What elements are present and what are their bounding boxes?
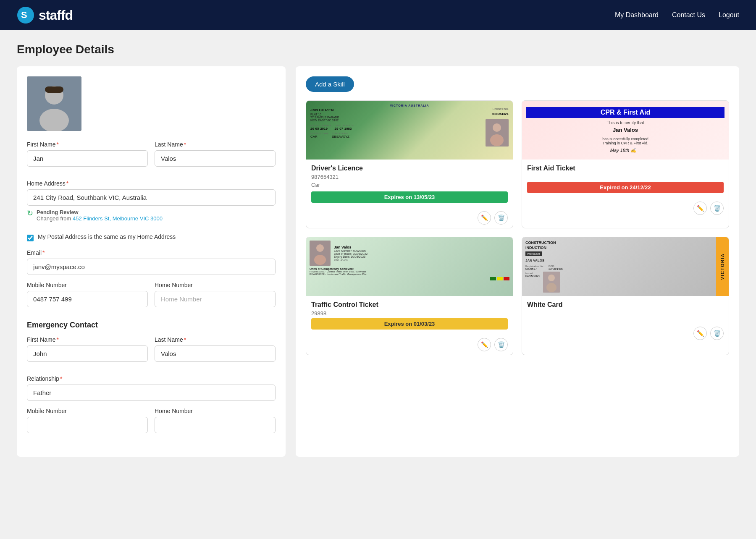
svg-point-13 (548, 275, 555, 281)
nav-logout[interactable]: Logout (719, 11, 739, 19)
home-address-label: Home Address* (27, 180, 276, 187)
drivers-licence-type: Car (311, 182, 508, 188)
first-aid-number (527, 174, 724, 180)
emergency-home-number-input[interactable] (155, 417, 276, 433)
drivers-licence-delete-button[interactable]: 🗑️ (494, 211, 508, 225)
skill-card-traffic-control: Jan Valos Card Number: 00029898 Date of … (306, 237, 513, 355)
logo: S staffd (17, 6, 73, 24)
first-aid-expiry: Expired on 24/12/22 (527, 182, 724, 193)
left-panel: First Name* Last Name* Home Address* (17, 66, 286, 457)
skill-card-first-aid: CPR & First Aid This is to certify that … (522, 100, 729, 228)
mobile-input[interactable] (27, 291, 148, 307)
last-name-label: Last Name* (155, 141, 276, 148)
svg-rect-5 (45, 86, 63, 93)
first-name-label: First Name* (27, 141, 148, 148)
white-card-image: VICTORIA CONSTRUCTION INDUCTION WorkSafe… (522, 237, 729, 296)
name-row: First Name* Last Name* (27, 141, 276, 173)
emergency-mobile-input[interactable] (27, 417, 148, 433)
svg-point-7 (493, 123, 501, 132)
traffic-control-image: Jan Valos Card Number: 00029898 Date of … (306, 237, 513, 296)
home-number-input[interactable] (155, 291, 276, 307)
svg-point-11 (314, 255, 326, 265)
mobile-group: Mobile Number (27, 282, 148, 307)
traffic-control-delete-button[interactable]: 🗑️ (494, 338, 508, 351)
first-name-group: First Name* (27, 141, 148, 167)
first-aid-name: First Aid Ticket (527, 165, 724, 172)
drivers-licence-number: 987654321 (311, 174, 508, 180)
svg-text:S: S (21, 10, 27, 20)
emergency-phone-row: Mobile Number Home Number (27, 408, 276, 440)
pending-review: ↻ Pending Review Changed from 452 Flinde… (27, 209, 276, 222)
postal-same-checkbox[interactable] (27, 235, 34, 241)
emergency-contact-title: Emergency Contact (27, 321, 276, 330)
drivers-licence-expiry: Expires on 13/05/23 (311, 191, 508, 203)
traffic-control-name: Traffic Control Ticket (311, 301, 508, 309)
first-aid-image: CPR & First Aid This is to certify that … (522, 101, 729, 160)
main-layout: First Name* Last Name* Home Address* (17, 66, 739, 457)
add-skill-button[interactable]: Add a Skill (306, 76, 354, 92)
nav-dashboard[interactable]: My Dashboard (615, 11, 659, 19)
header: S staffd My Dashboard Contact Us Logout (0, 0, 756, 30)
relationship-group: Relationship* (27, 375, 276, 401)
emergency-first-name-group: First Name* (27, 336, 148, 362)
emergency-home-number-label: Home Number (155, 408, 276, 414)
first-aid-actions: ✏️ 🗑️ (522, 198, 729, 218)
page-title: Employee Details (17, 43, 739, 56)
home-address-group: Home Address* ↻ Pending Review Changed f… (27, 180, 276, 227)
svg-point-8 (490, 134, 504, 146)
first-name-input[interactable] (27, 150, 148, 167)
svg-point-14 (546, 283, 556, 292)
emergency-mobile-label: Mobile Number (27, 408, 148, 414)
emergency-name-row: First Name* Last Name* (27, 336, 276, 369)
home-address-input[interactable] (27, 189, 276, 206)
emergency-home-number-group: Home Number (155, 408, 276, 433)
traffic-control-edit-button[interactable]: ✏️ (478, 338, 491, 351)
phone-row: Mobile Number Home Number (27, 282, 276, 314)
main-nav: My Dashboard Contact Us Logout (615, 11, 739, 19)
email-label: Email* (27, 249, 276, 256)
emergency-mobile-group: Mobile Number (27, 408, 148, 433)
emergency-last-name-group: Last Name* (155, 336, 276, 362)
traffic-control-expiry: Expires on 01/03/23 (311, 318, 508, 330)
relationship-label: Relationship* (27, 375, 276, 382)
postal-same-label: My Postal Address is the same as my Home… (38, 233, 176, 240)
traffic-control-actions: ✏️ 🗑️ (306, 335, 513, 355)
nav-contact[interactable]: Contact Us (672, 11, 705, 19)
drivers-licence-name: Driver's Licence (311, 165, 508, 172)
pending-icon: ↻ (27, 209, 33, 218)
logo-text: staffd (39, 8, 73, 23)
drivers-licence-image: VICTORIA AUSTRALIA JAN CITIZEN FLAT 10 7… (306, 101, 513, 160)
email-input[interactable] (27, 259, 276, 275)
email-group: Email* (27, 249, 276, 275)
white-card-number (527, 310, 724, 317)
white-card-body: White Card (522, 296, 729, 323)
avatar (27, 76, 81, 131)
home-number-label: Home Number (155, 282, 276, 288)
white-card-delete-button[interactable]: 🗑️ (710, 327, 724, 340)
traffic-control-body: Traffic Control Ticket 29898 Expires on … (306, 296, 513, 335)
first-aid-body: First Aid Ticket Expired on 24/12/22 (522, 160, 729, 198)
traffic-control-number: 29898 (311, 310, 508, 317)
skill-card-white-card: VICTORIA CONSTRUCTION INDUCTION WorkSafe… (522, 237, 729, 355)
svg-point-10 (316, 244, 324, 252)
home-number-group: Home Number (155, 282, 276, 307)
relationship-input[interactable] (27, 385, 276, 401)
white-card-edit-button[interactable]: ✏️ (693, 327, 707, 340)
emergency-last-name-input[interactable] (155, 345, 276, 362)
first-aid-delete-button[interactable]: 🗑️ (710, 201, 724, 215)
drivers-licence-body: Driver's Licence 987654321 Car Expires o… (306, 160, 513, 208)
drivers-licence-edit-button[interactable]: ✏️ (478, 211, 491, 225)
drivers-licence-actions: ✏️ 🗑️ (306, 208, 513, 228)
page: Employee Details First Name* (0, 30, 756, 469)
first-aid-edit-button[interactable]: ✏️ (693, 201, 707, 215)
postal-checkbox-row: My Postal Address is the same as my Home… (27, 233, 276, 243)
skills-grid: VICTORIA AUSTRALIA JAN CITIZEN FLAT 10 7… (306, 100, 729, 355)
last-name-input[interactable] (155, 150, 276, 167)
emergency-last-name-label: Last Name* (155, 336, 276, 343)
emergency-first-name-input[interactable] (27, 345, 148, 362)
pending-address-link[interactable]: 452 Flinders St, Melbourne VIC 3000 (73, 215, 163, 222)
last-name-group: Last Name* (155, 141, 276, 167)
staffd-logo-icon: S (17, 6, 34, 24)
skill-card-drivers-licence: VICTORIA AUSTRALIA JAN CITIZEN FLAT 10 7… (306, 100, 513, 228)
white-card-actions: ✏️ 🗑️ (522, 323, 729, 343)
